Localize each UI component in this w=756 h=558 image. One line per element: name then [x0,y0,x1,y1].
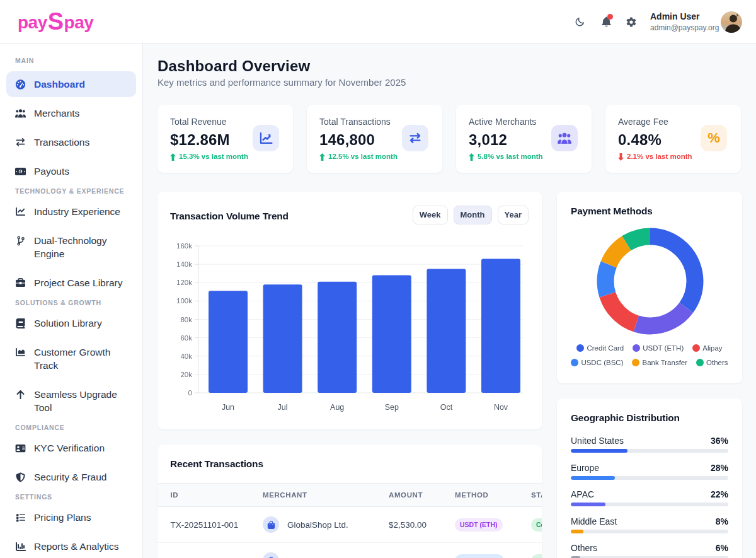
svg-text:100k: 100k [176,297,192,305]
svg-text:20k: 20k [180,371,192,378]
svg-text:40k: 40k [180,352,192,360]
svg-text:60k: 60k [180,334,192,342]
svg-text:Sep: Sep [385,403,399,412]
svg-text:80k: 80k [180,316,192,323]
svg-text:0: 0 [188,389,192,397]
svg-text:140k: 140k [176,260,192,268]
svg-text:Jul: Jul [278,403,288,412]
svg-text:Aug: Aug [330,403,344,412]
svg-text:Nov: Nov [494,403,508,412]
svg-text:Oct: Oct [440,403,453,412]
svg-text:160k: 160k [176,242,192,250]
svg-text:120k: 120k [176,279,192,286]
svg-text:Jun: Jun [222,403,234,412]
